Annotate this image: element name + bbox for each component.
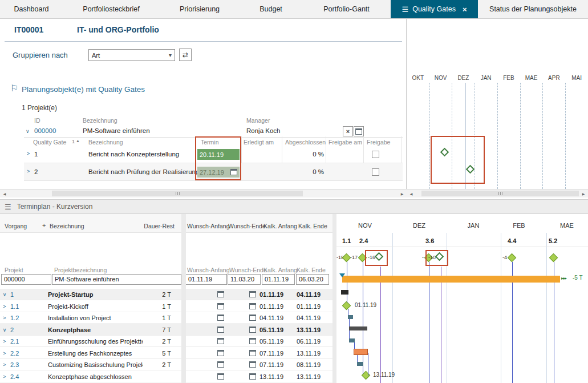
calendar-icon[interactable] [249, 291, 256, 297]
termin-highlight-box [195, 136, 241, 180]
task-bar-einfuehrungsschulung[interactable] [349, 338, 355, 342]
calendar-button[interactable] [354, 126, 364, 136]
calendar-icon[interactable] [217, 315, 224, 321]
task-bar-fachkonzept-selected[interactable] [354, 349, 368, 355]
tab-label: Status der Planungsobjekte [489, 5, 577, 13]
task-row-2-3[interactable]: > 2.3 Customizing Basisschulung Projektt… [0, 359, 332, 370]
task-row-2-4[interactable]: > 2.4 Konzeptphase abgeschlossen 13.11.1… [0, 371, 332, 382]
expand-icon[interactable]: > [0, 374, 9, 380]
portfolio-milestone[interactable] [508, 253, 517, 263]
menu-icon[interactable]: ☰ [402, 5, 409, 14]
calendar-icon[interactable] [217, 350, 224, 356]
summary-bar-konzeptphase[interactable] [349, 326, 367, 330]
tab-label: Priorisierung [180, 5, 220, 13]
project-row[interactable]: ∨ 000000 PM-Software einführen Ronja Koc… [24, 126, 403, 138]
calendar-icon[interactable] [217, 338, 224, 344]
task-bar-customizing[interactable] [357, 362, 363, 366]
task-bar-installation[interactable] [348, 315, 353, 319]
kalk-ende: 13.11.19 [295, 326, 332, 333]
expand-icon[interactable]: ∨ [0, 327, 9, 333]
add-task-button[interactable]: + [42, 222, 46, 229]
connector-line [380, 267, 381, 383]
summary-bar-projekt-startup[interactable] [341, 290, 348, 295]
dependency-line [368, 353, 368, 376]
project-id-field[interactable]: 000000 [1, 274, 51, 285]
month-label: JAN [468, 222, 480, 229]
project-kalk-anfang-field[interactable]: 01.11.19 [262, 274, 295, 285]
scroll-track[interactable] [9, 190, 398, 197]
expand-icon[interactable]: > [0, 315, 9, 321]
close-tab-icon[interactable]: × [463, 5, 467, 14]
refresh-button[interactable]: ⇄ [179, 49, 192, 61]
task-row-1-2[interactable]: > 1.2 Installation von Project 1 T 04.11… [0, 312, 332, 324]
tab-budget[interactable]: Budget [240, 0, 302, 18]
table-gantt-splitter[interactable] [332, 214, 336, 383]
freigabe-checkbox[interactable] [372, 151, 379, 158]
connector-line [441, 267, 441, 383]
scroll-track[interactable] [416, 190, 579, 197]
project-gantt-bar[interactable] [342, 276, 560, 283]
col-quality-gate[interactable]: Quality Gate [33, 139, 66, 146]
col-freigabe-am: Freigabe am [329, 139, 362, 146]
tab-status-planungsobjekte[interactable]: Status der Planungsobjekte [478, 0, 588, 18]
calendar-icon[interactable] [217, 326, 224, 333]
calendar-icon[interactable] [217, 361, 224, 368]
task-row-1-1[interactable]: > 1.1 Projekt-Kickoff 1 T 01.11.19 01.11… [0, 301, 332, 312]
calendar-icon[interactable] [217, 291, 224, 297]
col-wunsch-anfang: Wunsch-Anfang [187, 223, 230, 229]
expand-icon[interactable]: > [0, 338, 9, 344]
tab-label: Portfolio-Gantt [323, 5, 370, 13]
portfolio-milestone[interactable] [549, 253, 558, 263]
calendar-icon[interactable] [249, 315, 256, 321]
tab-quality-gates[interactable]: ☰ Quality Gates × [391, 0, 478, 18]
calendar-icon[interactable] [249, 303, 256, 309]
expand-icon[interactable]: > [27, 168, 30, 174]
wunsch-anfang-cell [186, 361, 226, 368]
calendar-icon[interactable] [249, 350, 256, 356]
project-wunsch-ende-field[interactable]: 11.03.20 [228, 274, 261, 285]
scroll-thumb[interactable] [421, 191, 579, 196]
expand-icon[interactable]: > [0, 304, 9, 309]
month-label: MAE [520, 75, 543, 81]
tab-portfoliosteckbrief[interactable]: Portfoliosteckbrief [63, 0, 160, 18]
scroll-left-icon[interactable]: ◀ [407, 190, 416, 197]
expand-icon[interactable]: > [0, 362, 9, 368]
task-row-2[interactable]: ∨ 2 Konzeptphase 7 T 05.11.19 13.11.19 [0, 324, 332, 336]
calendar-icon[interactable] [217, 303, 224, 309]
task-row-1[interactable]: ∨ 1 Projekt-Startup 2 T 01.11.19 04.11.1… [0, 289, 332, 300]
task-row-2-1[interactable]: > 2.1 Einführungsschulung des Projekttea… [0, 336, 332, 347]
column-splitter[interactable] [181, 214, 186, 383]
scroll-right-icon[interactable]: ▶ [398, 190, 407, 197]
expand-icon[interactable]: ∨ [0, 292, 9, 297]
menu-icon[interactable]: ☰ [5, 203, 11, 211]
expand-icon[interactable]: > [0, 350, 9, 356]
collapse-icon[interactable]: ∨ [26, 128, 30, 134]
calendar-icon[interactable] [249, 361, 256, 368]
freigabe-checkbox[interactable] [372, 168, 379, 176]
h-scrollbar-right[interactable]: ◀ ▶ [407, 189, 588, 197]
task-duration: 1 T [143, 303, 175, 310]
scroll-right-icon[interactable]: ▶ [579, 190, 588, 197]
tab-dashboard[interactable]: Dashboard [0, 0, 63, 18]
project-wunsch-anfang-field[interactable]: 01.11.19 [185, 274, 227, 285]
month-grid-line [497, 83, 498, 189]
project-kalk-ende-field[interactable]: 06.03.20 [296, 274, 329, 285]
calendar-icon[interactable] [249, 338, 256, 344]
tab-portfolio-gantt[interactable]: Portfolio-Gantt [302, 0, 391, 18]
h-scrollbar-left[interactable]: ◀ ▶ [0, 189, 407, 197]
group-by-select[interactable]: Art ▾ [88, 49, 175, 61]
calendar-icon[interactable] [217, 373, 224, 380]
scroll-thumb[interactable] [52, 191, 303, 196]
task-id: 1 [9, 291, 46, 298]
tab-priorisierung[interactable]: Priorisierung [160, 0, 240, 18]
calendar-icon[interactable] [249, 326, 256, 333]
task-row-2-2[interactable]: > 2.2 Erstellung des Fachkonzeptes 5 T 0… [0, 348, 332, 359]
delete-button[interactable]: × [343, 126, 353, 136]
project-name-field[interactable]: PM-Software einführen [52, 274, 181, 285]
abgeschlossen-value: 0 % [284, 151, 324, 158]
calendar-icon[interactable] [249, 373, 256, 380]
terminplan-header[interactable]: ☰ Terminplan - Kurzversion [0, 199, 588, 214]
expand-icon[interactable]: > [27, 151, 30, 156]
scroll-left-icon[interactable]: ◀ [0, 190, 9, 197]
month-grid-line [546, 233, 547, 383]
